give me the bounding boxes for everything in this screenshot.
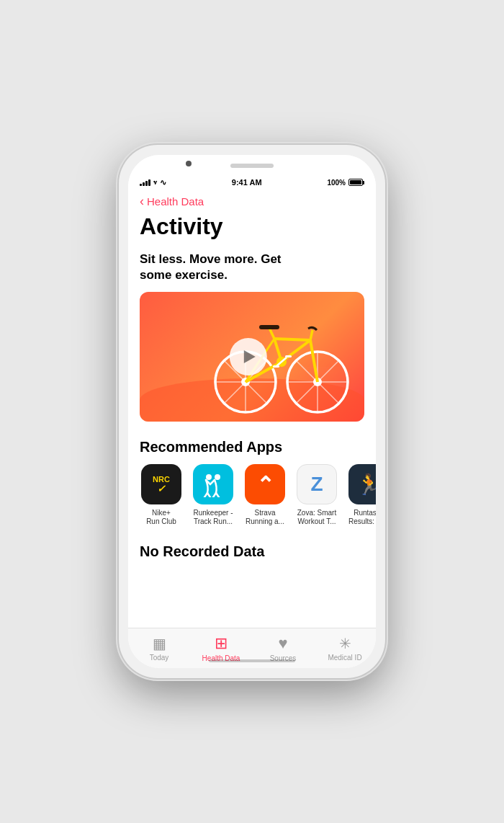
runkeeper-svg [200, 471, 226, 497]
battery-percent: 100% [327, 179, 346, 187]
section-tagline: Sit less. Move more. Get some exercise. [128, 249, 376, 292]
page-title: Activity [128, 212, 376, 249]
nav-back[interactable]: ‹ Health Data [128, 190, 376, 212]
health-data-icon: ⊞ [215, 634, 228, 653]
signal-icon [140, 179, 150, 186]
status-right: 100% [327, 179, 364, 187]
sources-icon: ♥ [278, 634, 287, 653]
status-left: 𝛎 ∿ [140, 178, 166, 187]
phone-frame: 𝛎 ∿ 9:41 AM 100% ‹ Health Data [119, 145, 385, 678]
camera-dot [186, 161, 192, 166]
svg-line-18 [269, 328, 274, 339]
strava-app-label: StravaRunning a... [246, 509, 284, 526]
wifi-icon: 𝛎 [153, 178, 157, 187]
status-time: 9:41 AM [232, 178, 262, 187]
battery-icon [348, 179, 364, 186]
tab-today[interactable]: ▦ Today [128, 635, 190, 662]
app-item-zova[interactable]: Z Zova: SmartWorkout T... [295, 464, 338, 526]
play-button[interactable] [230, 338, 267, 375]
runtastic-app-label: RuntasticResults: W... [348, 509, 376, 526]
runkeeper-app-label: Runkeeper -Track Run... [193, 509, 233, 526]
svg-rect-24 [285, 355, 292, 357]
medical-id-label: Medical ID [328, 654, 361, 662]
svg-rect-19 [259, 325, 279, 329]
screen-content[interactable]: ‹ Health Data Activity Sit less. Move mo… [128, 190, 376, 628]
notch-area [128, 155, 376, 175]
phone-screen: 𝛎 ∿ 9:41 AM 100% ‹ Health Data [128, 155, 376, 668]
svg-line-20 [310, 330, 312, 340]
svg-point-25 [206, 474, 212, 480]
svg-line-14 [274, 339, 310, 340]
nike-app-icon[interactable]: NRC ✓ [141, 464, 181, 504]
back-chevron-icon: ‹ [140, 194, 144, 209]
app-item-nike[interactable]: NRC ✓ Nike+Run Club [140, 464, 183, 526]
no-recorded-data-title: No Recorded Data [128, 540, 376, 569]
video-card[interactable] [140, 292, 364, 422]
app-item-strava[interactable]: ⌃ StravaRunning a... [243, 464, 287, 526]
back-label[interactable]: Health Data [147, 195, 204, 208]
nike-app-label: Nike+Run Club [146, 509, 176, 526]
svg-rect-23 [273, 365, 279, 368]
recommended-section-title: Recommended Apps [128, 436, 376, 464]
home-indicator [209, 659, 295, 662]
tab-medical-id[interactable]: ✳ Medical ID [314, 635, 376, 662]
today-label: Today [150, 654, 169, 662]
tab-sources[interactable]: ♥ Sources [252, 634, 314, 662]
play-icon [244, 350, 256, 363]
speaker [230, 164, 274, 168]
tab-health-data[interactable]: ⊞ Health Data [190, 634, 252, 662]
bike-illustration [206, 303, 350, 414]
svg-point-26 [215, 474, 220, 480]
app-item-runkeeper[interactable]: Runkeeper -Track Run... [192, 464, 235, 526]
runkeeper-app-icon[interactable] [193, 464, 233, 504]
zova-app-label: Zova: SmartWorkout T... [297, 509, 336, 526]
today-icon: ▦ [153, 635, 166, 652]
runtastic-app-icon[interactable]: 🏃 [348, 464, 376, 504]
strava-app-icon[interactable]: ⌃ [245, 464, 285, 504]
wifi-symbol: ∿ [160, 178, 166, 187]
apps-row: NRC ✓ Nike+Run Club [128, 464, 376, 540]
zova-app-icon[interactable]: Z [297, 464, 337, 504]
app-item-runtastic[interactable]: 🏃 RuntasticResults: W... [347, 464, 376, 526]
status-bar: 𝛎 ∿ 9:41 AM 100% [128, 175, 376, 190]
medical-id-icon: ✳ [339, 635, 351, 652]
